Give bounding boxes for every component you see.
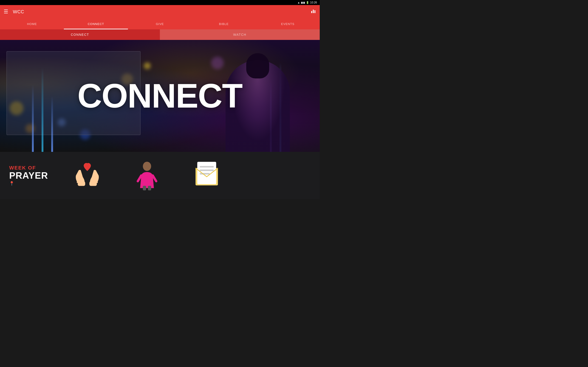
prayer-card[interactable]: WEEK OF PRAYER 📍	[9, 165, 51, 186]
document-icon-card[interactable]	[184, 157, 230, 194]
sub-tabs: CONNECT WATCH	[0, 29, 320, 40]
silhouette-head	[246, 53, 269, 78]
signal-icon: ▮▮▮	[301, 1, 305, 4]
bokeh-light-6	[144, 62, 151, 69]
community-icon-card[interactable]	[124, 157, 170, 194]
svg-rect-9	[148, 186, 151, 190]
svg-rect-1	[313, 10, 314, 13]
document-icon	[192, 161, 222, 190]
bottom-section: WEEK OF PRAYER 📍	[0, 152, 320, 199]
hamburger-menu-icon[interactable]: ☰	[4, 9, 8, 15]
svg-rect-2	[314, 10, 315, 13]
svg-rect-12	[200, 166, 214, 168]
app-bar-left: ☰ WCC	[4, 9, 24, 15]
light-bar-1	[32, 85, 34, 152]
svg-rect-13	[200, 169, 214, 171]
svg-rect-0	[311, 11, 312, 13]
nav-tabs: HOME CONNECT GIVE BIBLE EVENTS	[0, 18, 320, 29]
hero-connect-text: CONNECT	[78, 76, 242, 115]
wifi-icon: ▲	[297, 1, 300, 4]
hands-heart-icon	[72, 161, 102, 190]
pin-icon: 📍	[9, 181, 14, 186]
status-bar: ▲ ▮▮▮ 🔋 10:26	[0, 0, 320, 5]
svg-rect-14	[200, 173, 210, 175]
tab-events[interactable]: EVENTS	[256, 18, 320, 29]
giving-icon-card[interactable]	[64, 157, 110, 194]
svg-rect-4	[89, 181, 97, 186]
tab-bible[interactable]: BIBLE	[192, 18, 256, 29]
battery-icon: 🔋	[306, 1, 309, 4]
light-bar-3	[51, 96, 53, 152]
status-icons: ▲ ▮▮▮ 🔋 10:26	[297, 1, 317, 4]
svg-line-6	[138, 175, 141, 181]
tab-home[interactable]: HOME	[0, 18, 64, 29]
app-title: WCC	[13, 9, 24, 15]
tab-give[interactable]: GIVE	[128, 18, 192, 29]
hero-section: CONNECT	[0, 40, 320, 152]
svg-point-5	[143, 162, 151, 171]
clock: 10:26	[310, 1, 317, 4]
subtab-connect[interactable]: CONNECT	[0, 29, 160, 40]
week-of-label: WEEK OF	[9, 165, 36, 171]
light-bar-2	[42, 68, 43, 152]
tab-connect[interactable]: CONNECT	[64, 18, 128, 29]
svg-line-7	[153, 175, 156, 181]
subtab-watch[interactable]: WATCH	[160, 29, 320, 40]
app-bar: ☰ WCC	[0, 5, 320, 18]
person-icon	[132, 161, 162, 190]
chart-icon[interactable]	[311, 8, 316, 15]
svg-rect-3	[78, 181, 85, 186]
prayer-label: PRAYER	[9, 171, 48, 180]
svg-rect-8	[143, 186, 146, 190]
